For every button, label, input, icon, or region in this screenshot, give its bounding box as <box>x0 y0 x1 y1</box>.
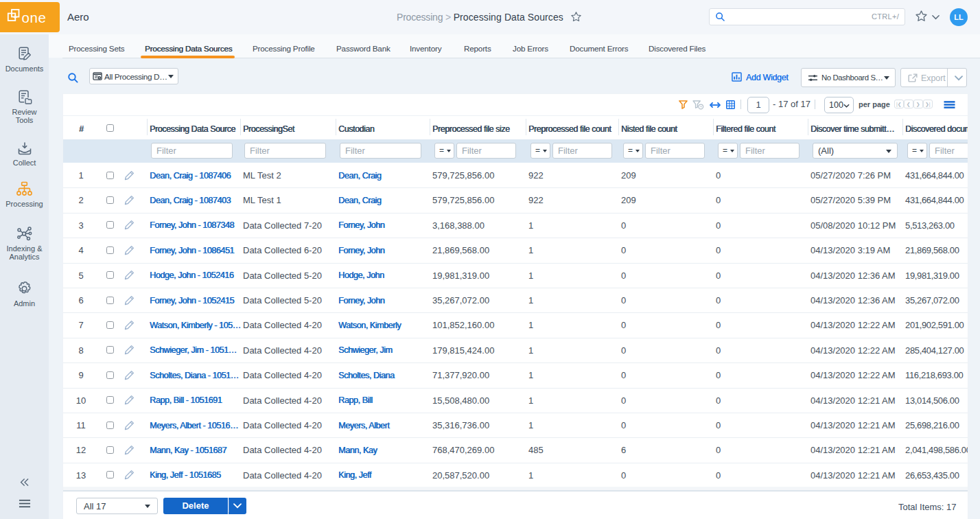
svg-text:one: one <box>22 10 47 25</box>
